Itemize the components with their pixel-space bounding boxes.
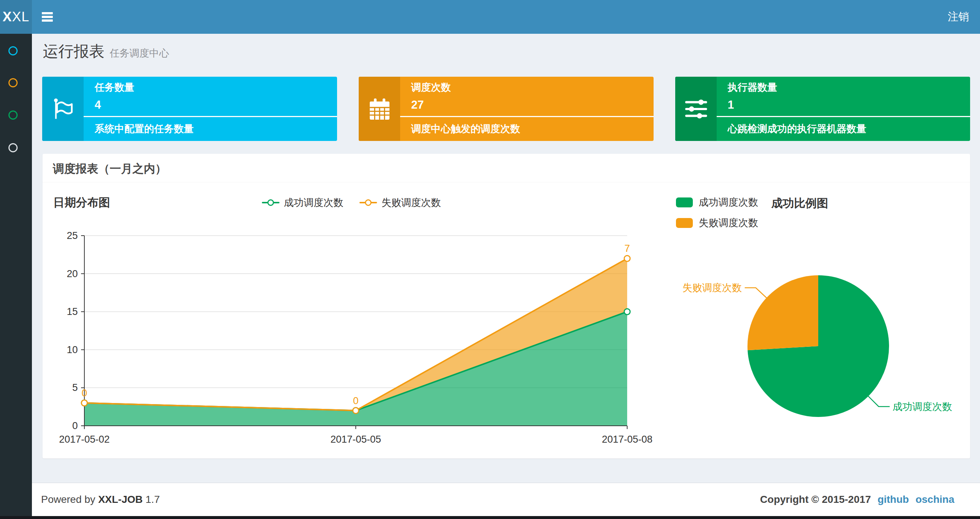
line-chart-title: 日期分布图 [53,195,110,210]
svg-text:7: 7 [624,243,630,254]
sliders-icon [675,77,717,141]
pie-chart-legend: 成功调度次数失败调度次数 [676,196,758,237]
panel-title: 调度报表（一月之内） [53,161,167,177]
svg-text:25: 25 [67,230,78,241]
sidebar-item-2[interactable] [8,78,18,87]
sidebar-item-4[interactable] [8,143,18,152]
legend-label: 成功调度次数 [699,196,758,209]
powered-by-text: Powered by XXL-JOB 1.7 [41,493,160,505]
stat-card-caption: 心跳检测成功的执行器机器数量 [728,122,866,136]
success-ratio-pie-chart: 成功调度次数失败调度次数 [678,257,971,448]
legend-label: 失败调度次数 [382,196,441,209]
page-subtitle: 任务调度中心 [110,48,169,59]
svg-text:0: 0 [72,420,78,431]
legend-item[interactable]: 成功调度次数 [262,196,343,209]
stat-card-value: 4 [95,98,101,112]
svg-text:20: 20 [67,268,78,279]
stat-card-executors: 执行器数量 1 心跳检测成功的执行器机器数量 [675,77,970,141]
legend-swatch [676,198,693,208]
svg-text:15: 15 [67,306,78,317]
app-logo[interactable]: XXL [0,0,32,34]
logo-text-bold: X [3,9,12,25]
logout-link[interactable]: 注销 [945,0,971,34]
schedule-report-panel: 调度报表（一月之内） 日期分布图 成功调度次数失败调度次数 0510152025… [43,154,970,458]
hamburger-menu-icon[interactable] [42,12,53,22]
legend-line-marker [262,202,280,203]
card-divider [84,116,337,117]
stat-card-caption: 调度中心触发的调度次数 [411,122,520,136]
stat-card-triggers: 调度次数 27 调度中心触发的调度次数 [359,77,654,141]
sidebar-item-3[interactable] [8,110,18,120]
footer: Powered by XXL-JOB 1.7 Copyright © 2015-… [32,483,980,519]
top-navbar: XXL 注销 [0,0,980,34]
page-title: 运行报表 [43,43,105,60]
svg-text:失败调度次数: 失败调度次数 [682,282,742,293]
line-chart-legend: 成功调度次数失败调度次数 [205,195,498,210]
panel-header: 调度报表（一月之内） [43,154,970,182]
calendar-icon [359,77,400,141]
legend-swatch [676,218,693,228]
sidebar-item-1[interactable] [8,46,18,56]
xxl-job-dashboard: XXL 注销 运行报表任务调度中心 任务数量 4 系统中配置的任务数量 [0,0,980,519]
legend-item[interactable]: 失败调度次数 [360,196,441,209]
svg-text:2017-05-08: 2017-05-08 [602,434,652,445]
legend-label: 成功调度次数 [284,196,343,209]
stat-card-value: 27 [411,98,424,112]
svg-text:2017-05-05: 2017-05-05 [331,434,381,445]
svg-text:5: 5 [72,382,78,393]
stat-card-caption: 系统中配置的任务数量 [95,122,194,136]
svg-text:成功调度次数: 成功调度次数 [893,401,952,412]
stat-card-title: 调度次数 [411,81,451,94]
card-divider [717,116,970,117]
screen-bottom-strip [0,516,980,519]
product-name: XXL-JOB [98,493,143,505]
pie-chart-title: 成功比例图 [771,196,828,211]
pie-legend-item[interactable]: 成功调度次数 [676,196,758,209]
stat-card-value: 1 [728,98,734,112]
github-link[interactable]: github [878,493,909,505]
stat-card-body: 执行器数量 1 心跳检测成功的执行器机器数量 [717,77,970,141]
content-header: 运行报表任务调度中心 [43,41,169,62]
svg-text:0: 0 [81,388,87,399]
stat-card-title: 任务数量 [95,81,134,94]
date-distribution-chart: 05101520252017-05-022017-05-052017-05-08… [48,228,664,448]
svg-text:0: 0 [353,395,358,406]
stat-card-title: 执行器数量 [728,81,777,94]
svg-text:10: 10 [67,344,78,355]
stat-card-body: 调度次数 27 调度中心触发的调度次数 [400,77,654,141]
copyright-text: Copyright © 2015-2017 [760,493,871,505]
flag-icon [42,77,84,141]
legend-line-marker [360,202,377,203]
stat-card-jobs: 任务数量 4 系统中配置的任务数量 [42,77,337,141]
pie-legend-item[interactable]: 失败调度次数 [676,216,758,229]
oschina-link[interactable]: oschina [915,493,955,505]
card-divider [400,116,654,117]
svg-text:2017-05-02: 2017-05-02 [59,434,110,445]
footer-right: Copyright © 2015-2017 github oschina [760,493,955,505]
stat-card-body: 任务数量 4 系统中配置的任务数量 [84,77,337,141]
sidebar [0,34,32,519]
legend-label: 失败调度次数 [699,216,758,229]
logo-text-light: XL [12,9,29,25]
